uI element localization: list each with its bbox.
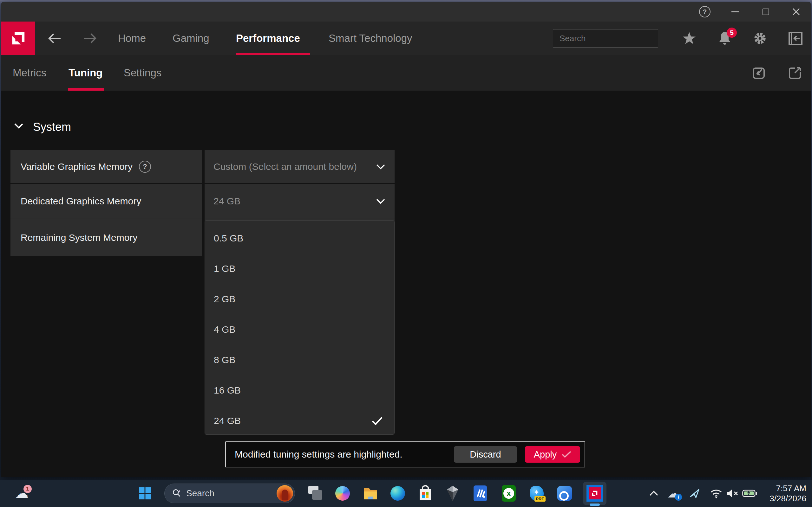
forward-arrow-icon [84, 33, 97, 44]
row-remaining-system-memory: Remaining System Memory [10, 219, 202, 256]
location-tray-icon-button[interactable] [689, 488, 700, 499]
preview-app-button[interactable]: ✦ PRE [530, 486, 544, 501]
outlook-icon [557, 486, 572, 501]
task-view-button[interactable] [308, 485, 323, 502]
dropdown-option[interactable]: 2 GB [205, 284, 394, 314]
amd-app-icon [587, 485, 603, 502]
forward-button[interactable] [82, 30, 98, 47]
active-subtab-underline [68, 88, 104, 91]
section-title-system: System [33, 120, 71, 134]
app-search-box[interactable] [553, 29, 658, 48]
close-button[interactable] [789, 4, 804, 19]
close-icon [792, 8, 800, 16]
dropdown-option[interactable]: 1 GB [205, 253, 394, 284]
star-icon [682, 32, 696, 45]
blue-slash-app-button[interactable] [473, 486, 487, 501]
dropdown-option[interactable]: 4 GB [205, 314, 394, 345]
bing-daily-image [276, 485, 293, 502]
collapse-panel-button[interactable] [787, 30, 804, 47]
microsoft-store-button[interactable] [418, 485, 433, 502]
taskbar-search[interactable]: Search [164, 484, 295, 503]
dropdown-option[interactable]: 8 GB [205, 345, 394, 375]
subtab-metrics[interactable]: Metrics [13, 67, 46, 79]
select-value: 24 GB [213, 196, 241, 207]
task-view-icon [308, 485, 323, 502]
chevron-down-icon [14, 123, 23, 129]
start-button[interactable] [139, 487, 151, 499]
tab-smart-technology[interactable]: Smart Technology [328, 32, 412, 44]
amd-arrow-icon [9, 29, 28, 48]
chevron-down-icon [376, 199, 385, 204]
amd-software-taskbar-button[interactable] [583, 482, 606, 505]
check-icon [562, 451, 571, 458]
help-icon: ? [699, 6, 711, 17]
gem-icon [446, 485, 460, 502]
onedrive-tray-button[interactable]: ☁ i [667, 487, 679, 499]
edge-button[interactable] [391, 486, 405, 501]
file-explorer-button[interactable] [363, 487, 378, 500]
dedicated-graphics-memory-select[interactable]: 24 GB [205, 184, 395, 219]
variable-graphics-memory-select[interactable]: Custom (Select an amount below) [205, 150, 395, 183]
amd-logo[interactable] [1, 21, 35, 55]
minimize-button[interactable] [728, 4, 743, 19]
row-label: Remaining System Memory [20, 232, 137, 243]
wallpaper-strip [0, 477, 812, 480]
maximize-icon [763, 9, 769, 15]
wifi-icon [710, 488, 722, 498]
load-profile-button[interactable] [751, 65, 767, 81]
help-button[interactable]: ? [697, 4, 712, 19]
clock-date: 3/28/2026 [769, 493, 806, 504]
taskbar-search-label: Search [186, 488, 276, 498]
copilot-button[interactable] [335, 486, 350, 501]
tuning-content: System Variable Graphics Memory ? Custom… [1, 91, 811, 477]
modified-settings-message: Modified tuning settings are highlighted… [226, 449, 454, 460]
location-arrow-icon [689, 488, 700, 499]
back-arrow-icon [48, 33, 61, 44]
memory-size-dropdown: 0.5 GB 1 GB 2 GB 4 GB 8 GB 16 GB 24 GB [205, 220, 395, 435]
windows-logo-icon [139, 487, 151, 499]
apply-button[interactable]: Apply [525, 446, 580, 463]
subtab-tuning[interactable]: Tuning [68, 67, 103, 79]
row-label: Dedicated Graphics Memory [20, 196, 141, 207]
check-icon [371, 416, 383, 425]
export-profile-button[interactable] [786, 65, 803, 81]
performance-subnav: Metrics Tuning Settings [1, 55, 811, 91]
discard-button[interactable]: Discard [454, 446, 517, 463]
import-icon [751, 65, 766, 80]
titlebar: ? [1, 2, 811, 21]
dropdown-option[interactable]: 16 GB [205, 375, 394, 406]
pre-badge: PRE [535, 496, 546, 502]
wifi-tray-button[interactable] [710, 488, 722, 498]
settings-button[interactable] [752, 30, 768, 47]
favorites-button[interactable] [681, 30, 698, 47]
row-dedicated-graphics-memory: Dedicated Graphics Memory [10, 184, 202, 219]
back-button[interactable] [46, 30, 63, 47]
subtab-settings[interactable]: Settings [124, 67, 161, 79]
main-navbar: Home Gaming Performance Smart Technology… [1, 21, 811, 55]
tray-overflow-button[interactable] [649, 491, 658, 496]
dropdown-option[interactable]: 0.5 GB [205, 223, 394, 253]
system-section-toggle[interactable] [14, 123, 23, 130]
active-tab-underline [236, 53, 310, 55]
dropdown-option-selected[interactable]: 24 GB [205, 406, 394, 436]
volume-muted-icon [726, 488, 739, 499]
help-icon[interactable]: ? [139, 161, 151, 173]
taskbar-clock[interactable]: 7:57 AM 3/28/2026 [769, 483, 806, 504]
search-input[interactable] [553, 34, 670, 43]
xbox-button[interactable]: x [502, 485, 516, 502]
tab-gaming[interactable]: Gaming [172, 32, 209, 44]
battery-tray-button[interactable] [742, 489, 757, 498]
row-label: Variable Graphics Memory [20, 161, 133, 172]
slash-app-icon [473, 486, 487, 501]
gem-app-button[interactable] [446, 485, 460, 502]
clock-time: 7:57 AM [769, 483, 806, 493]
tab-home[interactable]: Home [118, 32, 146, 44]
volume-tray-button[interactable] [726, 488, 739, 499]
tab-performance[interactable]: Performance [236, 32, 300, 44]
chevron-up-icon [649, 491, 658, 496]
outlook-button[interactable] [557, 486, 572, 501]
widgets-button[interactable]: ☁ 1 [15, 487, 29, 500]
notifications-button[interactable]: 5 [716, 30, 733, 47]
amd-software-window: ? Home [1, 2, 811, 477]
maximize-button[interactable] [758, 4, 773, 19]
